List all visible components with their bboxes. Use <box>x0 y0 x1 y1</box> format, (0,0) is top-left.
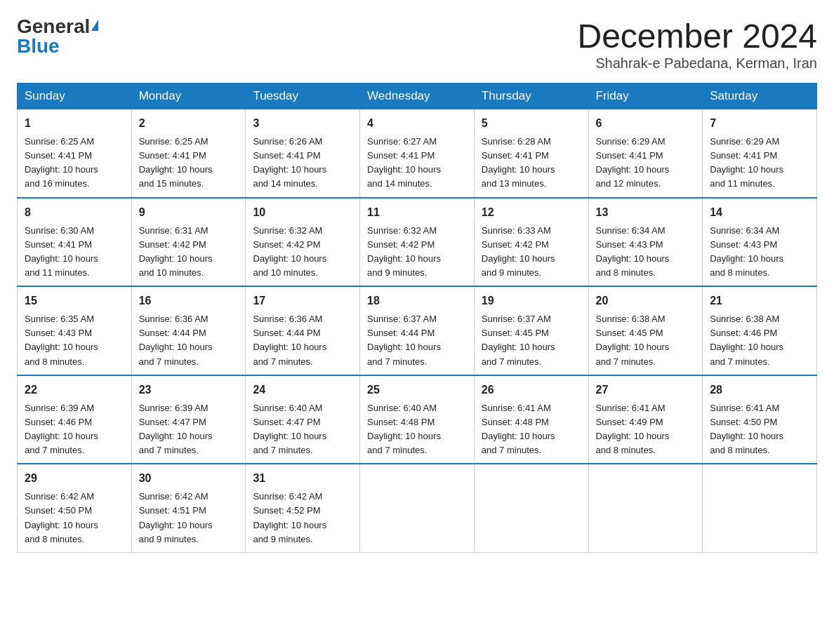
day-info: Sunrise: 6:38 AMSunset: 4:46 PMDaylight:… <box>710 312 809 369</box>
day-info: Sunrise: 6:42 AMSunset: 4:52 PMDaylight:… <box>253 490 352 546</box>
day-number: 15 <box>25 293 124 309</box>
day-info: Sunrise: 6:42 AMSunset: 4:51 PMDaylight:… <box>139 490 239 546</box>
day-info: Sunrise: 6:29 AMSunset: 4:41 PMDaylight:… <box>710 135 809 192</box>
day-info: Sunrise: 6:32 AMSunset: 4:42 PMDaylight:… <box>367 224 467 281</box>
logo-general-text: General <box>17 17 90 36</box>
table-row: 1Sunrise: 6:25 AMSunset: 4:41 PMDaylight… <box>18 109 132 198</box>
day-number: 17 <box>253 293 352 309</box>
table-row: 22Sunrise: 6:39 AMSunset: 4:46 PMDayligh… <box>18 375 132 464</box>
day-info: Sunrise: 6:37 AMSunset: 4:45 PMDaylight:… <box>482 312 581 369</box>
day-number: 21 <box>710 293 809 309</box>
table-row: 18Sunrise: 6:37 AMSunset: 4:44 PMDayligh… <box>360 286 475 375</box>
week-row-5: 29Sunrise: 6:42 AMSunset: 4:50 PMDayligh… <box>18 464 817 552</box>
table-row: 15Sunrise: 6:35 AMSunset: 4:43 PMDayligh… <box>18 286 132 375</box>
table-row: 31Sunrise: 6:42 AMSunset: 4:52 PMDayligh… <box>246 464 360 552</box>
table-row <box>474 464 588 552</box>
day-info: Sunrise: 6:34 AMSunset: 4:43 PMDaylight:… <box>596 224 696 281</box>
day-number: 26 <box>482 382 581 398</box>
day-number: 1 <box>25 115 124 132</box>
month-title: December 2024 <box>577 17 817 55</box>
header-row: SundayMondayTuesdayWednesdayThursdayFrid… <box>18 83 817 109</box>
col-header-tuesday: Tuesday <box>246 83 360 109</box>
day-info: Sunrise: 6:40 AMSunset: 4:48 PMDaylight:… <box>367 401 467 458</box>
day-info: Sunrise: 6:36 AMSunset: 4:44 PMDaylight:… <box>139 312 239 369</box>
day-number: 29 <box>25 470 124 487</box>
day-number: 31 <box>253 470 352 487</box>
table-row <box>588 464 703 552</box>
day-info: Sunrise: 6:39 AMSunset: 4:47 PMDaylight:… <box>139 401 239 458</box>
day-number: 3 <box>253 115 352 132</box>
day-number: 12 <box>482 204 581 221</box>
col-header-sunday: Sunday <box>18 83 132 109</box>
table-row: 5Sunrise: 6:28 AMSunset: 4:41 PMDaylight… <box>474 109 588 198</box>
day-info: Sunrise: 6:30 AMSunset: 4:41 PMDaylight:… <box>25 224 124 281</box>
logo-triangle-icon <box>91 20 98 31</box>
day-number: 8 <box>25 204 124 221</box>
table-row: 26Sunrise: 6:41 AMSunset: 4:48 PMDayligh… <box>474 375 588 464</box>
title-area: December 2024 Shahrak-e Pabedana, Kerman… <box>577 17 817 72</box>
day-info: Sunrise: 6:41 AMSunset: 4:49 PMDaylight:… <box>596 401 696 458</box>
day-info: Sunrise: 6:34 AMSunset: 4:43 PMDaylight:… <box>710 224 809 281</box>
day-number: 9 <box>139 204 239 221</box>
day-number: 22 <box>25 382 124 398</box>
day-info: Sunrise: 6:41 AMSunset: 4:50 PMDaylight:… <box>710 401 809 458</box>
table-row: 25Sunrise: 6:40 AMSunset: 4:48 PMDayligh… <box>360 375 475 464</box>
day-number: 4 <box>367 115 467 132</box>
day-info: Sunrise: 6:26 AMSunset: 4:41 PMDaylight:… <box>253 135 352 192</box>
week-row-4: 22Sunrise: 6:39 AMSunset: 4:46 PMDayligh… <box>18 375 817 464</box>
day-info: Sunrise: 6:37 AMSunset: 4:44 PMDaylight:… <box>367 312 467 369</box>
day-number: 24 <box>253 382 352 398</box>
day-number: 19 <box>482 293 581 309</box>
day-number: 11 <box>367 204 467 221</box>
table-row: 6Sunrise: 6:29 AMSunset: 4:41 PMDaylight… <box>588 109 703 198</box>
day-number: 10 <box>253 204 352 221</box>
day-info: Sunrise: 6:36 AMSunset: 4:44 PMDaylight:… <box>253 312 352 369</box>
table-row: 27Sunrise: 6:41 AMSunset: 4:49 PMDayligh… <box>588 375 703 464</box>
col-header-thursday: Thursday <box>474 83 588 109</box>
table-row: 24Sunrise: 6:40 AMSunset: 4:47 PMDayligh… <box>246 375 360 464</box>
table-row: 29Sunrise: 6:42 AMSunset: 4:50 PMDayligh… <box>18 464 132 552</box>
week-row-2: 8Sunrise: 6:30 AMSunset: 4:41 PMDaylight… <box>18 198 817 287</box>
table-row: 16Sunrise: 6:36 AMSunset: 4:44 PMDayligh… <box>131 286 246 375</box>
calendar-table: SundayMondayTuesdayWednesdayThursdayFrid… <box>17 83 817 553</box>
table-row: 12Sunrise: 6:33 AMSunset: 4:42 PMDayligh… <box>474 198 588 287</box>
page-header: General Blue December 2024 Shahrak-e Pab… <box>17 17 817 72</box>
table-row: 21Sunrise: 6:38 AMSunset: 4:46 PMDayligh… <box>703 286 817 375</box>
day-number: 25 <box>367 382 467 398</box>
day-number: 2 <box>139 115 239 132</box>
day-info: Sunrise: 6:42 AMSunset: 4:50 PMDaylight:… <box>25 490 124 546</box>
col-header-monday: Monday <box>131 83 246 109</box>
table-row <box>703 464 817 552</box>
table-row: 3Sunrise: 6:26 AMSunset: 4:41 PMDaylight… <box>246 109 360 198</box>
table-row: 10Sunrise: 6:32 AMSunset: 4:42 PMDayligh… <box>246 198 360 287</box>
table-row <box>360 464 475 552</box>
week-row-1: 1Sunrise: 6:25 AMSunset: 4:41 PMDaylight… <box>18 109 817 198</box>
day-number: 28 <box>710 382 809 398</box>
day-info: Sunrise: 6:25 AMSunset: 4:41 PMDaylight:… <box>25 135 124 192</box>
table-row: 7Sunrise: 6:29 AMSunset: 4:41 PMDaylight… <box>703 109 817 198</box>
table-row: 19Sunrise: 6:37 AMSunset: 4:45 PMDayligh… <box>474 286 588 375</box>
day-number: 5 <box>482 115 581 132</box>
day-info: Sunrise: 6:28 AMSunset: 4:41 PMDaylight:… <box>482 135 581 192</box>
table-row: 20Sunrise: 6:38 AMSunset: 4:45 PMDayligh… <box>588 286 703 375</box>
logo: General Blue <box>17 17 98 56</box>
table-row: 4Sunrise: 6:27 AMSunset: 4:41 PMDaylight… <box>360 109 475 198</box>
table-row: 13Sunrise: 6:34 AMSunset: 4:43 PMDayligh… <box>588 198 703 287</box>
day-number: 20 <box>596 293 696 309</box>
table-row: 8Sunrise: 6:30 AMSunset: 4:41 PMDaylight… <box>18 198 132 287</box>
table-row: 28Sunrise: 6:41 AMSunset: 4:50 PMDayligh… <box>703 375 817 464</box>
day-info: Sunrise: 6:25 AMSunset: 4:41 PMDaylight:… <box>139 135 239 192</box>
day-number: 30 <box>139 470 239 487</box>
day-info: Sunrise: 6:41 AMSunset: 4:48 PMDaylight:… <box>482 401 581 458</box>
col-header-wednesday: Wednesday <box>360 83 475 109</box>
table-row: 17Sunrise: 6:36 AMSunset: 4:44 PMDayligh… <box>246 286 360 375</box>
day-info: Sunrise: 6:27 AMSunset: 4:41 PMDaylight:… <box>367 135 467 192</box>
location-subtitle: Shahrak-e Pabedana, Kerman, Iran <box>577 55 817 72</box>
day-number: 13 <box>596 204 696 221</box>
day-info: Sunrise: 6:29 AMSunset: 4:41 PMDaylight:… <box>596 135 696 192</box>
day-number: 16 <box>139 293 239 309</box>
day-number: 27 <box>596 382 696 398</box>
table-row: 2Sunrise: 6:25 AMSunset: 4:41 PMDaylight… <box>131 109 246 198</box>
col-header-friday: Friday <box>588 83 703 109</box>
day-number: 7 <box>710 115 809 132</box>
